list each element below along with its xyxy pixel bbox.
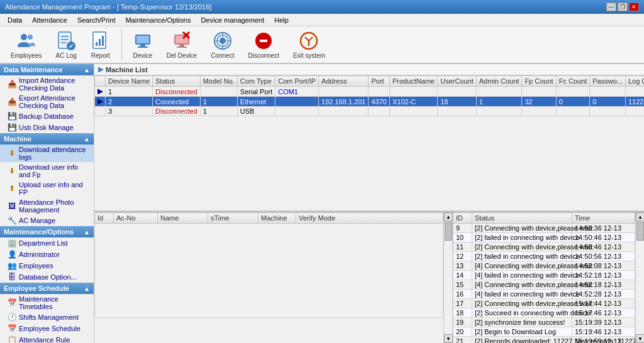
sidebar-item-ac-manage[interactable]: 🔧 AC Manage (0, 215, 94, 226)
sidebar-section-emp-schedule[interactable]: Employee Schedule ▲ (0, 283, 94, 294)
left-scroll-v[interactable]: ▲ ▼ (443, 212, 452, 343)
menu-device-management[interactable]: Device management (196, 15, 269, 25)
row-usercount-cell: 18 (438, 97, 477, 107)
employees-button[interactable]: Employees (5, 28, 47, 62)
machine-list-scroll[interactable]: Device Name Status Model No. Com Type Co… (94, 75, 644, 208)
col-device-name[interactable]: Device Name (106, 76, 153, 87)
col-log-status[interactable]: Status (472, 213, 572, 224)
machine-table-row[interactable]: ▶ 1 Disconnected Serial Port COM1 (95, 87, 645, 97)
maximize-button[interactable]: ❐ (618, 3, 628, 11)
col-logcount[interactable]: Log Count (625, 76, 644, 87)
connect-button[interactable]: Connect (205, 28, 240, 62)
sidebar-item-admin[interactable]: 👤 Administrator (0, 249, 94, 260)
disconnect-button[interactable]: Disconnect (242, 28, 284, 62)
log-table-row: 16 [4] failed in connecting with device … (453, 290, 635, 299)
col-fpcount[interactable]: Fp Count (522, 76, 556, 87)
col-ip[interactable]: Address (319, 76, 369, 87)
svg-point-0 (21, 34, 27, 40)
sidebar-item-download-logs[interactable]: ⬇ Download attendance logs (0, 144, 94, 162)
menu-maintenance[interactable]: Maintenance/Options (120, 15, 196, 25)
col-com-port[interactable]: Com Port/IP (275, 76, 319, 87)
sidebar-item-import[interactable]: 📥 Import Attendance Checking Data (0, 75, 94, 93)
row-port-cell (369, 107, 389, 116)
log-time-cell: 14:50:56 12-13 (572, 252, 635, 261)
col-admincount[interactable]: Admin Count (476, 76, 522, 87)
col-ac-no[interactable]: Ac-No (114, 213, 158, 224)
row-port-cell (369, 87, 389, 97)
shifts-label: Shifts Management (19, 313, 79, 321)
log-id-cell: 9 (453, 224, 472, 233)
col-name[interactable]: Name (158, 213, 208, 224)
col-model[interactable]: Model No. (200, 76, 237, 87)
ac-manage-icon: 🔧 (8, 216, 16, 225)
connect-label: Connect (211, 52, 234, 59)
sidebar-item-backup[interactable]: 💾 Backup Database (0, 111, 94, 122)
sidebar-section-maintenance[interactable]: Maintenance/Options ▲ (0, 226, 94, 237)
sidebar-item-shifts[interactable]: 🕐 Shifts Management (0, 312, 94, 323)
left-scroll-up[interactable]: ▲ (444, 212, 453, 221)
sidebar-item-db-option[interactable]: 🗄 Database Option... (0, 271, 94, 283)
left-scroll-down[interactable]: ▼ (444, 334, 453, 343)
aclog-button[interactable]: ✓ AC Log (50, 28, 82, 62)
exit-button[interactable]: Exit system (287, 28, 331, 62)
sidebar-item-export[interactable]: 📤 Export Attendance Checking Data (0, 93, 94, 111)
menu-data[interactable]: Data (3, 15, 27, 25)
sidebar-item-dept[interactable]: 🏢 Department List (0, 237, 94, 249)
close-button[interactable]: ✕ (629, 3, 639, 11)
col-usercount[interactable]: UserCount (438, 76, 477, 87)
row-product-cell: X102-C (389, 97, 437, 107)
col-passwo[interactable]: Passwo... (590, 76, 626, 87)
right-scroll-down[interactable]: ▼ (636, 334, 644, 343)
sidebar-section-machine[interactable]: Machine ▲ (0, 133, 94, 144)
right-scroll-v[interactable]: ▲ ▼ (635, 212, 644, 343)
sidebar-item-employees[interactable]: 👥 Employees (0, 260, 94, 271)
col-fccount[interactable]: Fc Count (556, 76, 590, 87)
menu-help[interactable]: Help (269, 15, 294, 25)
svg-rect-28 (260, 40, 267, 42)
menu-search-print[interactable]: Search/Print (72, 15, 121, 25)
log-id-cell: 20 (453, 327, 472, 337)
col-log-time[interactable]: Time (572, 213, 635, 224)
col-verify-mode[interactable]: Verify Mode (296, 213, 443, 224)
right-bottom-panel: ID Status Time 9 [2] Connecting with dev… (453, 212, 644, 343)
right-scroll-up[interactable]: ▲ (636, 212, 644, 221)
photo-icon: 🖼 (8, 202, 16, 210)
sidebar-item-emp-schedule[interactable]: 📅 Employee Schedule (0, 323, 94, 334)
right-scroll-track[interactable] (636, 221, 644, 334)
sidebar-item-maint-timetables[interactable]: 📅 Maintenance Timetables (0, 294, 94, 312)
sidebar-item-download-user[interactable]: ⬇ Download user info and Fp (0, 162, 94, 180)
col-log-id[interactable]: ID (453, 213, 472, 224)
device-button[interactable]: Device (127, 28, 158, 62)
left-scroll-track[interactable] (444, 221, 452, 334)
svg-rect-14 (140, 45, 145, 46)
del-device-button[interactable]: Del Device (161, 28, 203, 62)
report-button[interactable]: Report (85, 28, 116, 62)
shifts-icon: 🕐 (8, 313, 16, 322)
log-status-cell: [2] failed in connecting with device (472, 252, 572, 261)
col-com-type[interactable]: Com Type (237, 76, 275, 87)
left-scroll-thumb[interactable] (445, 222, 452, 241)
report-label: Report (91, 52, 110, 59)
machine-table-row[interactable]: ▶ 2 Connected 1 Ethernet 192.168.1.201 4… (95, 97, 645, 107)
col-stime[interactable]: sTime (208, 213, 258, 224)
machine-table: Device Name Status Model No. Com Type Co… (94, 75, 644, 116)
col-product[interactable]: ProductName (389, 76, 437, 87)
col-port[interactable]: Port (369, 76, 389, 87)
sidebar-item-upload-user[interactable]: ⬆ Upload user info and FP (0, 180, 94, 197)
maint-timetables-icon: 📅 (8, 298, 16, 307)
sidebar-section-data-maintenance[interactable]: Data Maintenance ▲ (0, 64, 94, 75)
export-label: Export Attendance Checking Data (19, 94, 90, 109)
sidebar-item-usb[interactable]: 💾 Usb Disk Manage (0, 122, 94, 133)
log-table-row: 14 [4] failed in connecting with device … (453, 271, 635, 280)
minimize-button[interactable]: — (606, 3, 616, 11)
col-machine[interactable]: Machine (258, 213, 296, 224)
col-id[interactable]: Id (95, 213, 114, 224)
emp-schedule-section-label: Employee Schedule (4, 285, 69, 292)
sidebar-item-att-rule[interactable]: 📋 Attendance Rule (0, 334, 94, 343)
row-admincount-cell (476, 107, 522, 116)
sidebar-item-photo[interactable]: 🖼 Attendance Photo Management (0, 197, 94, 215)
col-status[interactable]: Status (153, 76, 201, 87)
machine-table-row[interactable]: 3 Disconnected 1 USB (95, 107, 645, 116)
right-scroll-thumb[interactable] (636, 222, 644, 241)
menu-attendance[interactable]: Attendance (27, 15, 72, 25)
